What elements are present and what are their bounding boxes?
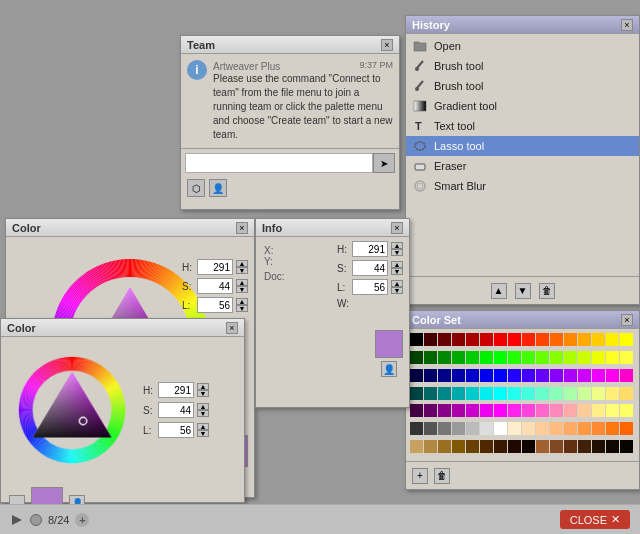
color-swatch-32[interactable]: [410, 369, 423, 382]
color-swatch-87[interactable]: [508, 422, 521, 435]
color-swatch-16[interactable]: [410, 351, 423, 364]
color-small-s-up[interactable]: ▲: [197, 403, 209, 410]
color-swatch-89[interactable]: [536, 422, 549, 435]
color-swatch-12[interactable]: [578, 333, 591, 346]
team-send-btn[interactable]: ➤: [373, 153, 395, 173]
history-up-btn[interactable]: ▲: [491, 283, 507, 299]
color-swatch-93[interactable]: [592, 422, 605, 435]
color-swatch-1[interactable]: [424, 333, 437, 346]
color-swatch-67[interactable]: [452, 404, 465, 417]
color-swatch-2[interactable]: [438, 333, 451, 346]
color-swatch-37[interactable]: [480, 369, 493, 382]
color-swatch-104[interactable]: [522, 440, 535, 453]
color-swatch-100[interactable]: [466, 440, 479, 453]
color-swatch-41[interactable]: [536, 369, 549, 382]
info-h-down[interactable]: ▼: [391, 249, 403, 256]
color-swatch-95[interactable]: [620, 422, 633, 435]
color-swatch-110[interactable]: [606, 440, 619, 453]
color-swatch-51[interactable]: [452, 387, 465, 400]
color-swatch-26[interactable]: [550, 351, 563, 364]
team-input[interactable]: [185, 153, 373, 173]
color-swatch-92[interactable]: [578, 422, 591, 435]
color-swatch-19[interactable]: [452, 351, 465, 364]
color-swatch-47[interactable]: [620, 369, 633, 382]
color-swatch-59[interactable]: [564, 387, 577, 400]
color-swatch-76[interactable]: [578, 404, 591, 417]
hsl-h-down-large[interactable]: ▼: [236, 267, 248, 274]
hsl-l-up-large[interactable]: ▲: [236, 298, 248, 305]
color-swatch-62[interactable]: [606, 387, 619, 400]
history-item-brush2[interactable]: Brush tool: [406, 76, 639, 96]
color-swatch-38[interactable]: [494, 369, 507, 382]
color-swatch-17[interactable]: [424, 351, 437, 364]
color-swatch-43[interactable]: [564, 369, 577, 382]
hsl-h-input-large[interactable]: [197, 259, 233, 275]
color-swatch-56[interactable]: [522, 387, 535, 400]
color-swatch-109[interactable]: [592, 440, 605, 453]
info-l-up[interactable]: ▲: [391, 280, 403, 287]
info-s-down[interactable]: ▼: [391, 268, 403, 275]
color-swatch-25[interactable]: [536, 351, 549, 364]
color-swatch-71[interactable]: [508, 404, 521, 417]
color-panel-large-header[interactable]: Color ×: [6, 219, 254, 237]
color-swatch-60[interactable]: [578, 387, 591, 400]
color-swatch-77[interactable]: [592, 404, 605, 417]
hsl-l-down-large[interactable]: ▼: [236, 305, 248, 312]
color-swatch-46[interactable]: [606, 369, 619, 382]
color-swatch-23[interactable]: [508, 351, 521, 364]
color-swatch-99[interactable]: [452, 440, 465, 453]
color-swatch-68[interactable]: [466, 404, 479, 417]
color-swatch-74[interactable]: [550, 404, 563, 417]
info-s-input[interactable]: [352, 260, 388, 276]
colorset-panel-header[interactable]: Color Set ×: [406, 311, 639, 329]
info-l-input[interactable]: [352, 279, 388, 295]
color-swatch-45[interactable]: [592, 369, 605, 382]
history-item-lasso[interactable]: Lasso tool: [406, 136, 639, 156]
color-swatch-52[interactable]: [466, 387, 479, 400]
color-swatch-55[interactable]: [508, 387, 521, 400]
color-swatch-27[interactable]: [564, 351, 577, 364]
color-swatch-24[interactable]: [522, 351, 535, 364]
color-swatch-40[interactable]: [522, 369, 535, 382]
info-l-down[interactable]: ▼: [391, 287, 403, 294]
history-item-text[interactable]: T Text tool: [406, 116, 639, 136]
info-panel-header[interactable]: Info ×: [256, 219, 409, 237]
history-item-gradient[interactable]: Gradient tool: [406, 96, 639, 116]
color-swatch-9[interactable]: [536, 333, 549, 346]
color-panel-small-close[interactable]: ×: [226, 322, 238, 334]
color-swatch-84[interactable]: [466, 422, 479, 435]
team-panel-header[interactable]: Team ×: [181, 36, 399, 54]
info-color-swatch[interactable]: [375, 330, 403, 358]
color-swatch-30[interactable]: [606, 351, 619, 364]
color-swatch-69[interactable]: [480, 404, 493, 417]
color-small-s-down[interactable]: ▼: [197, 410, 209, 417]
color-swatch-58[interactable]: [550, 387, 563, 400]
color-swatch-36[interactable]: [466, 369, 479, 382]
color-swatch-5[interactable]: [480, 333, 493, 346]
color-small-l-input[interactable]: [158, 422, 194, 438]
color-swatch-111[interactable]: [620, 440, 633, 453]
hsl-s-down-large[interactable]: ▼: [236, 286, 248, 293]
color-swatch-13[interactable]: [592, 333, 605, 346]
color-swatch-6[interactable]: [494, 333, 507, 346]
color-swatch-54[interactable]: [494, 387, 507, 400]
hsl-l-input-large[interactable]: [197, 297, 233, 313]
hsl-s-input-large[interactable]: [197, 278, 233, 294]
info-h-up[interactable]: ▲: [391, 242, 403, 249]
team-panel-close[interactable]: ×: [381, 39, 393, 51]
color-swatch-101[interactable]: [480, 440, 493, 453]
info-panel-close[interactable]: ×: [391, 222, 403, 234]
color-swatch-20[interactable]: [466, 351, 479, 364]
history-item-open[interactable]: Open: [406, 36, 639, 56]
color-swatch-103[interactable]: [508, 440, 521, 453]
color-swatch-10[interactable]: [550, 333, 563, 346]
colorset-add-btn[interactable]: +: [412, 468, 428, 484]
color-swatch-50[interactable]: [438, 387, 451, 400]
color-swatch-91[interactable]: [564, 422, 577, 435]
info-s-up[interactable]: ▲: [391, 261, 403, 268]
color-swatch-63[interactable]: [620, 387, 633, 400]
color-swatch-28[interactable]: [578, 351, 591, 364]
color-swatch-31[interactable]: [620, 351, 633, 364]
color-swatch-66[interactable]: [438, 404, 451, 417]
history-item-eraser[interactable]: Eraser: [406, 156, 639, 176]
